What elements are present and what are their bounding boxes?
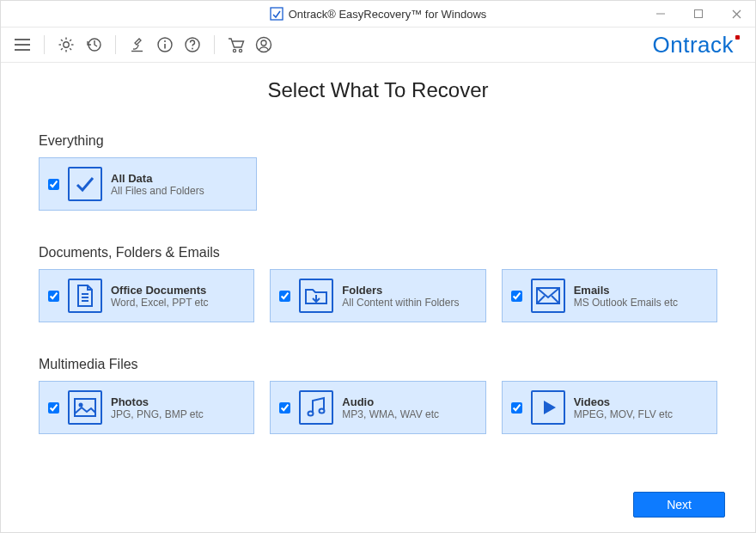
card-title: Videos xyxy=(574,395,673,408)
app-icon xyxy=(270,7,284,21)
svg-line-14 xyxy=(70,48,71,50)
card-title: Audio xyxy=(342,395,439,408)
svg-point-8 xyxy=(64,42,69,47)
content: Select What To Recover Everything All Da… xyxy=(1,63,755,434)
separator xyxy=(115,35,116,54)
card-title: Photos xyxy=(111,395,204,408)
window-controls xyxy=(642,1,755,27)
svg-marker-39 xyxy=(544,401,556,414)
svg-point-27 xyxy=(261,40,266,46)
footer: Next xyxy=(633,492,725,518)
brand-text: Ontrack xyxy=(652,32,734,58)
next-button[interactable]: Next xyxy=(633,492,725,518)
card-title: Office Documents xyxy=(111,284,209,297)
svg-point-20 xyxy=(164,40,166,42)
card-photos[interactable]: Photos JPG, PNG, BMP etc xyxy=(39,381,254,434)
checkbox-folders[interactable] xyxy=(279,291,290,302)
card-subtitle: MPEG, MOV, FLV etc xyxy=(574,408,673,420)
checkbox-emails[interactable] xyxy=(511,291,522,302)
card-subtitle: All Files and Folders xyxy=(111,185,204,197)
checkbox-office-documents[interactable] xyxy=(48,291,59,302)
card-subtitle: JPG, PNG, BMP etc xyxy=(111,408,204,420)
svg-point-24 xyxy=(233,49,235,52)
music-icon xyxy=(299,390,333,425)
svg-point-37 xyxy=(308,412,314,416)
gear-icon[interactable] xyxy=(57,35,76,54)
svg-line-13 xyxy=(61,40,63,41)
card-all-data[interactable]: All Data All Files and Folders xyxy=(39,157,257,211)
card-folders[interactable]: Folders All Content within Folders xyxy=(270,269,485,322)
history-icon[interactable] xyxy=(84,35,103,54)
titlebar: Ontrack® EasyRecovery™ for Windows xyxy=(1,1,755,27)
section-title-docs: Documents, Folders & Emails xyxy=(39,245,717,260)
folder-icon xyxy=(299,279,333,313)
checkbox-all-data[interactable] xyxy=(48,179,59,190)
card-subtitle: MP3, WMA, WAV etc xyxy=(342,408,439,420)
checkbox-audio[interactable] xyxy=(279,402,290,414)
card-emails[interactable]: Emails MS Outlook Emails etc xyxy=(502,269,717,322)
card-audio[interactable]: Audio MP3, WMA, WAV etc xyxy=(270,381,485,434)
svg-line-34 xyxy=(552,296,559,303)
separator xyxy=(44,35,45,54)
card-office-documents[interactable]: Office Documents Word, Excel, PPT etc xyxy=(39,269,254,322)
close-button[interactable] xyxy=(717,1,755,27)
brand-logo: Ontrack xyxy=(652,32,740,58)
card-subtitle: Word, Excel, PPT etc xyxy=(111,297,209,309)
microscope-icon[interactable] xyxy=(128,35,147,54)
card-title: Folders xyxy=(342,284,459,297)
play-icon xyxy=(531,390,565,425)
svg-point-23 xyxy=(192,48,193,50)
checkbox-photos[interactable] xyxy=(48,402,59,414)
svg-rect-0 xyxy=(271,8,283,20)
envelope-icon xyxy=(531,279,565,313)
card-videos[interactable]: Videos MPEG, MOV, FLV etc xyxy=(502,381,717,434)
info-icon[interactable] xyxy=(155,35,174,54)
toolbar: Ontrack xyxy=(1,27,755,63)
svg-point-36 xyxy=(79,403,83,407)
maximize-button[interactable] xyxy=(680,1,717,27)
separator xyxy=(214,35,215,54)
section-title-everything: Everything xyxy=(39,133,717,149)
cart-icon[interactable] xyxy=(227,35,246,54)
svg-point-25 xyxy=(239,49,241,52)
image-icon xyxy=(68,390,102,425)
help-icon[interactable] xyxy=(183,35,202,54)
checkbox-videos[interactable] xyxy=(511,402,522,414)
user-icon[interactable] xyxy=(254,35,273,54)
svg-line-16 xyxy=(70,40,71,41)
page-title: Select What To Recover xyxy=(39,78,717,102)
section-title-media: Multimedia Files xyxy=(39,357,717,372)
window-title: Ontrack® EasyRecovery™ for Windows xyxy=(289,8,487,21)
svg-rect-35 xyxy=(75,399,95,416)
card-title: All Data xyxy=(111,172,204,185)
card-subtitle: All Content within Folders xyxy=(342,297,459,309)
document-icon xyxy=(68,279,102,313)
minimize-button[interactable] xyxy=(642,1,680,27)
svg-rect-2 xyxy=(695,10,703,18)
card-subtitle: MS Outlook Emails etc xyxy=(574,297,678,309)
svg-point-38 xyxy=(320,409,325,414)
check-icon xyxy=(68,167,102,201)
svg-line-33 xyxy=(537,296,545,303)
card-title: Emails xyxy=(574,284,678,297)
menu-icon[interactable] xyxy=(13,35,32,54)
svg-line-15 xyxy=(61,48,63,50)
